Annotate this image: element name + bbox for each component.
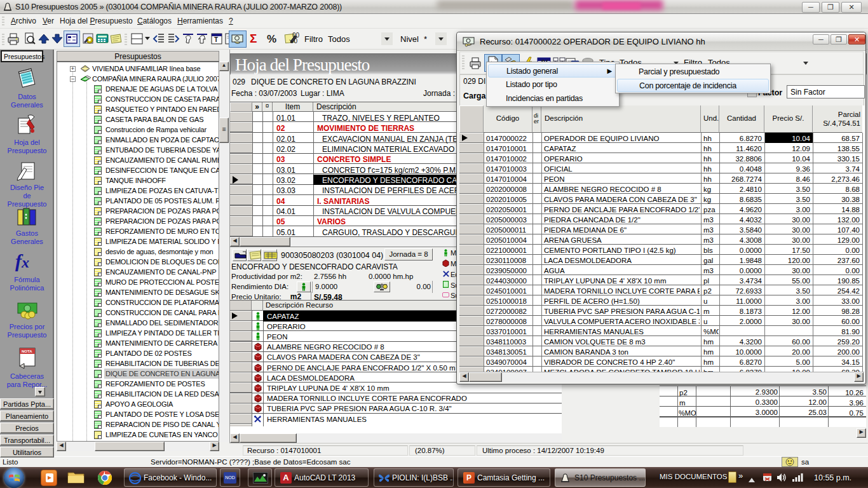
- svg-text:NOTA: NOTA: [22, 349, 32, 353]
- svg-text:T: T: [214, 36, 218, 43]
